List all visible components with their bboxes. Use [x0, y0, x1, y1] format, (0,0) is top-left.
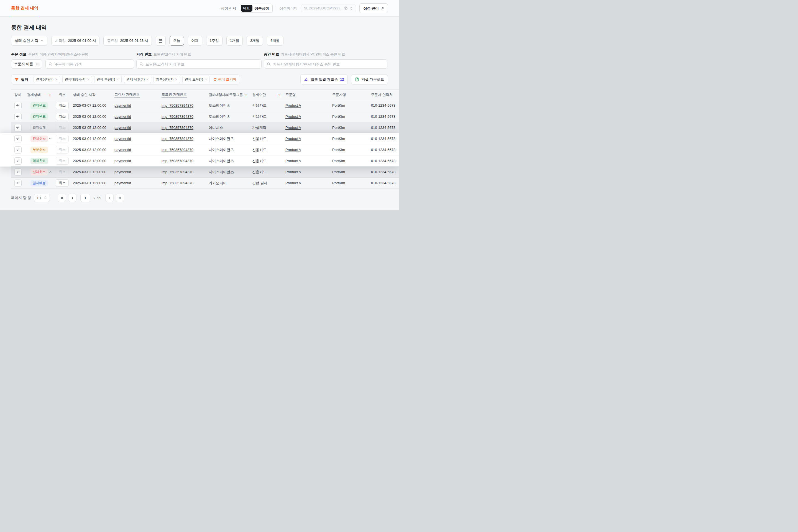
row-detail-button[interactable]: [14, 135, 22, 142]
filter-chip[interactable]: 결제 수단(1): [94, 76, 122, 83]
quick-range-button-2[interactable]: 1주일: [206, 36, 223, 46]
customer-txn-link[interactable]: paymentid: [114, 159, 131, 163]
open-detail-icon: [16, 137, 20, 140]
portone-txn-link[interactable]: imp_750357894370: [162, 103, 193, 108]
search-icon: [49, 62, 52, 66]
close-icon[interactable]: [205, 78, 207, 81]
order-name-link[interactable]: Product A: [285, 170, 301, 174]
manage-store-button[interactable]: 상점 관리: [359, 3, 388, 13]
pg-provider: 카카오페이: [206, 180, 250, 186]
store-id-select[interactable]: SED02345DCOM3933..: [301, 4, 356, 12]
customer-txn-link[interactable]: paymentid: [114, 137, 131, 141]
row-detail-button[interactable]: [14, 146, 22, 153]
cancel-button[interactable]: 취소: [56, 102, 69, 109]
portone-txn-link[interactable]: imp_750357894370: [162, 181, 193, 185]
portone-txn-link[interactable]: imp_750357894370: [162, 148, 193, 152]
page-input[interactable]: [81, 196, 90, 200]
webhook-resend-button[interactable]: 웹훅 일괄 재발송 12: [300, 74, 348, 84]
portone-txn-link[interactable]: imp_750357894370: [162, 170, 193, 174]
filter-chip[interactable]: 결제대행사(4): [62, 76, 92, 83]
expand-chevron-icon[interactable]: [49, 170, 52, 174]
payment-method: 가상계좌: [250, 125, 283, 130]
order-name-link[interactable]: Product A: [285, 114, 301, 119]
portone-txn-link[interactable]: imp_750357894370: [162, 159, 193, 163]
quick-range-button-0[interactable]: 오늘: [170, 36, 184, 46]
method-filter-funnel-icon[interactable]: [277, 93, 281, 97]
expand-chevron-icon[interactable]: [49, 137, 52, 140]
last-page-button[interactable]: [116, 194, 124, 202]
open-detail-icon: [16, 103, 20, 107]
order-search-field-select[interactable]: 주문자 이름: [11, 59, 42, 69]
close-icon[interactable]: [146, 78, 149, 81]
prev-page-button[interactable]: [68, 194, 76, 202]
customer-txn-link[interactable]: paymentid: [114, 170, 131, 174]
row-detail-button[interactable]: [14, 179, 22, 187]
start-date-input[interactable]: 시작일 2025-06-01 00 시: [51, 36, 99, 46]
row-detail-button[interactable]: [14, 157, 22, 165]
rows-per-page-select[interactable]: 10: [34, 194, 50, 202]
table-body: 결제완료 취소 2025-03-07 12:00:00 paymentid im…: [11, 100, 399, 189]
excel-download-icon: [355, 77, 359, 81]
row-detail-button[interactable]: [14, 124, 22, 131]
order-name-link[interactable]: Product A: [285, 126, 301, 130]
order-name-link[interactable]: Product A: [285, 137, 301, 141]
copy-icon[interactable]: [344, 6, 348, 10]
row-detail-button[interactable]: [14, 169, 22, 176]
customer-txn-link[interactable]: paymentid: [114, 126, 131, 130]
filter-chip[interactable]: 결제 유형(1): [124, 76, 151, 83]
order-search-input[interactable]: [55, 62, 131, 66]
highlighted-row-group: 전체취소 취소 2025-03-04 12:00:00 paymentid im…: [0, 133, 399, 167]
calendar-button[interactable]: [156, 36, 166, 46]
page-input-box[interactable]: [80, 194, 90, 202]
status-badge: 결제완료: [31, 158, 48, 164]
table-row: 결제예정 취소 2025-03-01 12:00:00 paymentid im…: [11, 177, 399, 189]
first-page-button[interactable]: [58, 194, 66, 202]
store-selector[interactable]: 대표 성수상점: [240, 4, 273, 13]
table-row: 부분취소 취소 2025-03-03 12:00:00 paymentid im…: [11, 144, 399, 155]
approval-search-input[interactable]: [273, 62, 384, 66]
row-detail-button[interactable]: [14, 102, 22, 109]
tab-label: 통합 결제 내역: [11, 5, 38, 11]
status-filter-funnel-icon[interactable]: [48, 93, 52, 97]
order-name-link[interactable]: Product A: [285, 159, 301, 163]
customer-txn-link[interactable]: paymentid: [114, 103, 131, 108]
provider-filter-funnel-icon[interactable]: [244, 93, 248, 97]
quick-range-button-3[interactable]: 1개월: [226, 36, 243, 46]
tab-integrated-payments[interactable]: 통합 결제 내역: [11, 0, 38, 16]
order-name-link[interactable]: Product A: [285, 103, 301, 108]
status-time-dropdown[interactable]: 상태 승인 시각: [11, 36, 48, 46]
cancel-button[interactable]: 취소: [56, 179, 69, 187]
customer-txn-link[interactable]: paymentid: [114, 114, 131, 119]
filter-chip[interactable]: 결제상태(3): [34, 76, 60, 83]
end-date-input[interactable]: 종료일 2025-06-01 23 시: [103, 36, 152, 46]
cancel-button[interactable]: 취소: [56, 113, 69, 120]
chevron-left-icon: [71, 196, 74, 200]
next-page-button[interactable]: [105, 194, 114, 202]
customer-txn-link[interactable]: paymentid: [114, 181, 131, 185]
close-icon[interactable]: [87, 78, 90, 81]
excel-download-button[interactable]: 엑셀 다운로드: [351, 74, 388, 84]
portone-txn-link[interactable]: imp_750357894370: [162, 126, 193, 130]
close-icon[interactable]: [117, 78, 119, 81]
filter-chip[interactable]: 웹훅상태(1): [153, 76, 180, 83]
quick-range-button-4[interactable]: 3개월: [247, 36, 263, 46]
close-icon[interactable]: [55, 78, 58, 81]
filter-chip[interactable]: 결제 모드(1): [182, 76, 210, 83]
approved-time: 2025-03-03 12:00:00: [71, 148, 112, 152]
customer-name: PortKim: [330, 181, 369, 185]
quick-range-button-1[interactable]: 어제: [188, 36, 202, 46]
double-chevron-left-icon: [60, 196, 64, 200]
row-detail-button[interactable]: [14, 113, 22, 120]
order-name-link[interactable]: Product A: [285, 148, 301, 152]
reset-filters-button[interactable]: 필터 초기화: [213, 77, 236, 82]
portone-txn-link[interactable]: imp_750357894370: [162, 114, 193, 119]
approved-time: 2025-03-03 12:00:00: [71, 159, 112, 163]
quick-range-button-5[interactable]: 6개월: [267, 36, 283, 46]
customer-txn-link[interactable]: paymentid: [114, 148, 131, 152]
close-icon[interactable]: [175, 78, 177, 81]
order-name-link[interactable]: Product A: [285, 181, 301, 185]
txn-search-input[interactable]: [146, 62, 259, 66]
portone-txn-link[interactable]: imp_750357894370: [162, 137, 193, 141]
date-filter-row: 상태 승인 시각 시작일 2025-06-01 00 시 종료일 2025-06…: [11, 36, 388, 46]
calendar-icon: [158, 39, 163, 43]
